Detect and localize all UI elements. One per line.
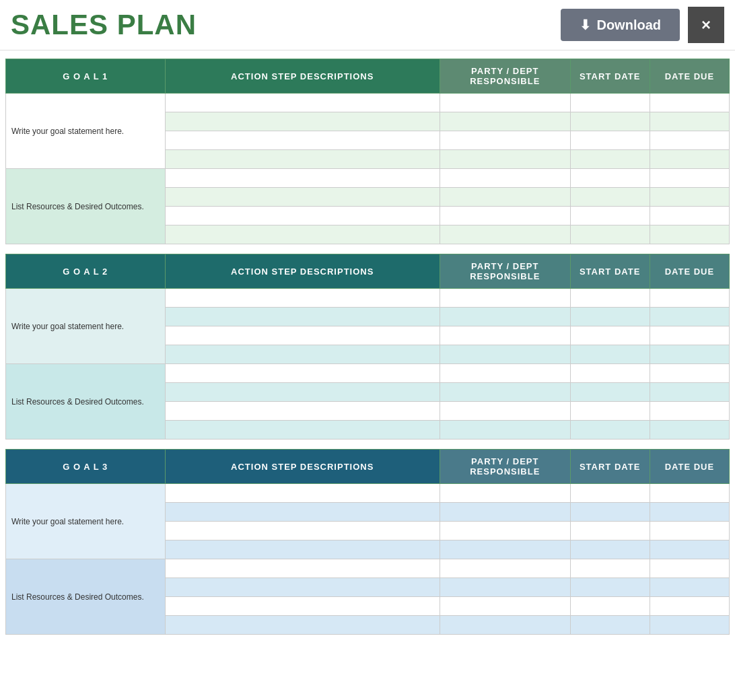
table-cell[interactable] xyxy=(165,345,440,364)
table-cell[interactable] xyxy=(570,94,650,112)
table-cell[interactable] xyxy=(570,225,650,244)
table-cell[interactable] xyxy=(650,188,729,207)
table-cell[interactable] xyxy=(650,326,729,345)
close-button[interactable]: × xyxy=(688,7,724,43)
table-cell[interactable] xyxy=(440,559,571,578)
table-cell[interactable] xyxy=(440,364,571,383)
table-cell[interactable] xyxy=(570,169,650,188)
table-cell[interactable] xyxy=(650,559,729,578)
table-cell[interactable] xyxy=(650,94,729,112)
table-cell[interactable] xyxy=(440,188,571,207)
table-cell[interactable] xyxy=(570,150,650,169)
table-cell[interactable] xyxy=(440,207,571,225)
table-cell[interactable] xyxy=(440,578,571,597)
table-cell[interactable] xyxy=(650,225,729,244)
table-cell[interactable] xyxy=(165,402,440,421)
table-cell[interactable] xyxy=(570,289,650,308)
table-cell[interactable] xyxy=(440,522,571,540)
table-cell[interactable] xyxy=(650,207,729,225)
goal-3-party-header: PARTY / DEPT RESPONSIBLE xyxy=(440,450,571,484)
table-cell[interactable] xyxy=(165,484,440,503)
table-cell[interactable] xyxy=(440,402,571,421)
table-cell[interactable] xyxy=(165,364,440,383)
table-cell[interactable] xyxy=(570,484,650,503)
table-cell[interactable] xyxy=(165,540,440,559)
table-cell[interactable] xyxy=(165,188,440,207)
table-cell[interactable] xyxy=(570,112,650,131)
table-cell[interactable] xyxy=(440,112,571,131)
table-cell[interactable] xyxy=(165,597,440,616)
table-cell[interactable] xyxy=(570,616,650,635)
table-cell[interactable] xyxy=(570,383,650,402)
table-cell[interactable] xyxy=(570,131,650,150)
table-cell[interactable] xyxy=(165,131,440,150)
table-cell[interactable] xyxy=(440,540,571,559)
table-cell[interactable] xyxy=(165,169,440,188)
table-cell[interactable] xyxy=(650,522,729,540)
table-cell[interactable] xyxy=(570,308,650,326)
table-cell[interactable] xyxy=(650,402,729,421)
table-cell[interactable] xyxy=(440,308,571,326)
table-cell[interactable] xyxy=(165,207,440,225)
table-cell[interactable] xyxy=(650,112,729,131)
table-cell[interactable] xyxy=(165,559,440,578)
table-cell[interactable] xyxy=(440,383,571,402)
table-cell[interactable] xyxy=(570,597,650,616)
table-cell[interactable] xyxy=(570,559,650,578)
table-cell[interactable] xyxy=(570,207,650,225)
table-cell[interactable] xyxy=(440,131,571,150)
table-cell[interactable] xyxy=(570,421,650,440)
table-cell[interactable] xyxy=(440,169,571,188)
table-cell[interactable] xyxy=(165,150,440,169)
table-cell[interactable] xyxy=(165,578,440,597)
table-cell[interactable] xyxy=(650,345,729,364)
table-cell[interactable] xyxy=(165,225,440,244)
table-cell[interactable] xyxy=(650,616,729,635)
table-cell[interactable] xyxy=(165,94,440,112)
table-cell[interactable] xyxy=(570,364,650,383)
table-cell[interactable] xyxy=(650,578,729,597)
table-cell[interactable] xyxy=(165,112,440,131)
table-cell[interactable] xyxy=(650,150,729,169)
table-cell[interactable] xyxy=(440,326,571,345)
table-cell[interactable] xyxy=(165,421,440,440)
table-cell[interactable] xyxy=(440,150,571,169)
table-cell[interactable] xyxy=(440,345,571,364)
download-button[interactable]: ⬇ Download xyxy=(561,9,680,41)
table-cell[interactable] xyxy=(440,503,571,522)
table-cell[interactable] xyxy=(650,484,729,503)
table-cell[interactable] xyxy=(650,308,729,326)
table-cell[interactable] xyxy=(440,225,571,244)
table-cell[interactable] xyxy=(440,421,571,440)
table-cell[interactable] xyxy=(650,289,729,308)
table-cell[interactable] xyxy=(570,522,650,540)
table-cell[interactable] xyxy=(165,308,440,326)
table-cell[interactable] xyxy=(570,402,650,421)
table-cell[interactable] xyxy=(570,326,650,345)
table-cell[interactable] xyxy=(650,540,729,559)
table-cell[interactable] xyxy=(650,597,729,616)
table-cell[interactable] xyxy=(570,540,650,559)
table-cell[interactable] xyxy=(165,503,440,522)
table-cell[interactable] xyxy=(650,364,729,383)
table-cell[interactable] xyxy=(570,578,650,597)
table-cell[interactable] xyxy=(650,503,729,522)
table-cell[interactable] xyxy=(440,597,571,616)
table-cell[interactable] xyxy=(570,345,650,364)
table-cell[interactable] xyxy=(165,616,440,635)
table-cell[interactable] xyxy=(440,94,571,112)
table-cell[interactable] xyxy=(570,503,650,522)
table-cell[interactable] xyxy=(440,289,571,308)
main-content: G O A L 1 ACTION STEP DESCRIPTIONS PARTY… xyxy=(0,50,735,652)
table-cell[interactable] xyxy=(650,131,729,150)
table-cell[interactable] xyxy=(650,169,729,188)
table-cell[interactable] xyxy=(165,326,440,345)
table-cell[interactable] xyxy=(165,289,440,308)
table-cell[interactable] xyxy=(570,188,650,207)
table-cell[interactable] xyxy=(650,383,729,402)
table-cell[interactable] xyxy=(440,484,571,503)
table-cell[interactable] xyxy=(440,616,571,635)
table-cell[interactable] xyxy=(650,421,729,440)
table-cell[interactable] xyxy=(165,383,440,402)
table-cell[interactable] xyxy=(165,522,440,540)
